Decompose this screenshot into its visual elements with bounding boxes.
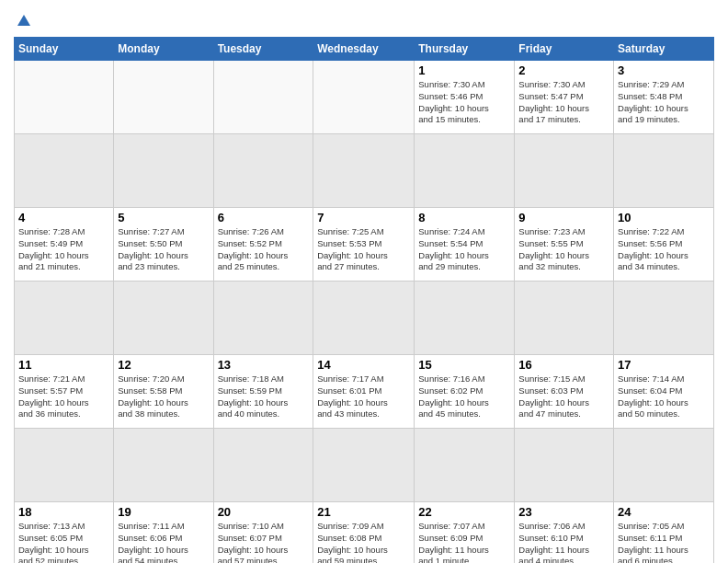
separator-cell [114, 429, 213, 502]
separator-cell [614, 134, 714, 208]
header-day-thursday: Thursday [415, 38, 515, 61]
day-cell: 4Sunrise: 7:28 AM Sunset: 5:49 PM Daylig… [15, 208, 114, 282]
day-cell [15, 61, 114, 134]
day-cell: 1Sunrise: 7:30 AM Sunset: 5:46 PM Daylig… [415, 61, 515, 134]
week-row-0: 1Sunrise: 7:30 AM Sunset: 5:46 PM Daylig… [15, 61, 714, 134]
day-number: 18 [18, 505, 109, 519]
day-number: 22 [418, 505, 510, 519]
day-cell: 22Sunrise: 7:07 AM Sunset: 6:09 PM Dayli… [415, 502, 515, 564]
day-info: Sunrise: 7:20 AM Sunset: 5:58 PM Dayligh… [118, 373, 209, 420]
separator-cell [313, 282, 415, 355]
day-cell: 24Sunrise: 7:05 AM Sunset: 6:11 PM Dayli… [614, 502, 714, 564]
calendar-header: SundayMondayTuesdayWednesdayThursdayFrid… [15, 38, 714, 61]
header-day-wednesday: Wednesday [313, 38, 415, 61]
day-number: 15 [418, 358, 510, 372]
day-info: Sunrise: 7:23 AM Sunset: 5:55 PM Dayligh… [518, 226, 609, 273]
header-day-tuesday: Tuesday [213, 38, 313, 61]
day-number: 2 [518, 63, 609, 77]
logo-text [14, 9, 32, 29]
day-cell: 12Sunrise: 7:20 AM Sunset: 5:58 PM Dayli… [114, 355, 213, 429]
day-info: Sunrise: 7:05 AM Sunset: 6:11 PM Dayligh… [618, 521, 710, 563]
day-number: 9 [518, 211, 609, 224]
day-cell: 3Sunrise: 7:29 AM Sunset: 5:48 PM Daylig… [614, 61, 714, 134]
header-row: SundayMondayTuesdayWednesdayThursdayFrid… [15, 38, 714, 61]
day-info: Sunrise: 7:09 AM Sunset: 6:08 PM Dayligh… [317, 521, 410, 563]
day-info: Sunrise: 7:21 AM Sunset: 5:57 PM Dayligh… [18, 373, 109, 420]
day-info: Sunrise: 7:30 AM Sunset: 5:47 PM Dayligh… [518, 79, 609, 126]
day-number: 20 [218, 505, 310, 519]
day-number: 10 [618, 211, 710, 224]
day-info: Sunrise: 7:18 AM Sunset: 5:59 PM Dayligh… [218, 373, 310, 420]
separator-cell [614, 429, 714, 502]
separator-cell [213, 429, 313, 502]
separator-cell [15, 134, 114, 208]
header [14, 9, 714, 29]
day-info: Sunrise: 7:25 AM Sunset: 5:53 PM Dayligh… [317, 226, 410, 273]
day-info: Sunrise: 7:27 AM Sunset: 5:50 PM Dayligh… [118, 226, 209, 273]
separator-cell [515, 134, 614, 208]
day-cell [213, 61, 313, 134]
header-day-sunday: Sunday [15, 38, 114, 61]
day-number: 19 [118, 505, 209, 519]
day-number: 8 [418, 211, 510, 224]
day-cell: 13Sunrise: 7:18 AM Sunset: 5:59 PM Dayli… [213, 355, 313, 429]
day-cell: 16Sunrise: 7:15 AM Sunset: 6:03 PM Dayli… [515, 355, 614, 429]
day-info: Sunrise: 7:17 AM Sunset: 6:01 PM Dayligh… [317, 373, 410, 420]
separator-cell [515, 282, 614, 355]
day-info: Sunrise: 7:10 AM Sunset: 6:07 PM Dayligh… [218, 521, 310, 563]
separator-cell [415, 282, 515, 355]
day-number: 16 [518, 358, 609, 372]
day-number: 4 [18, 211, 109, 224]
day-cell: 2Sunrise: 7:30 AM Sunset: 5:47 PM Daylig… [515, 61, 614, 134]
day-info: Sunrise: 7:24 AM Sunset: 5:54 PM Dayligh… [418, 226, 510, 273]
day-number: 23 [518, 505, 609, 519]
separator-cell [15, 429, 114, 502]
day-cell: 20Sunrise: 7:10 AM Sunset: 6:07 PM Dayli… [213, 502, 313, 564]
day-number: 17 [618, 358, 710, 372]
page: SundayMondayTuesdayWednesdayThursdayFrid… [0, 0, 728, 563]
separator-cell [415, 429, 515, 502]
day-number: 6 [218, 211, 310, 224]
separator-cell [114, 134, 213, 208]
day-cell: 21Sunrise: 7:09 AM Sunset: 6:08 PM Dayli… [313, 502, 415, 564]
separator-cell [15, 282, 114, 355]
header-day-saturday: Saturday [614, 38, 714, 61]
day-info: Sunrise: 7:15 AM Sunset: 6:03 PM Dayligh… [518, 373, 609, 420]
week-row-3: 18Sunrise: 7:13 AM Sunset: 6:05 PM Dayli… [15, 502, 714, 564]
week-row-2: 11Sunrise: 7:21 AM Sunset: 5:57 PM Dayli… [15, 355, 714, 429]
svg-marker-0 [17, 15, 30, 26]
day-cell: 11Sunrise: 7:21 AM Sunset: 5:57 PM Dayli… [15, 355, 114, 429]
day-number: 5 [118, 211, 209, 224]
separator-cell [313, 134, 415, 208]
day-number: 7 [317, 211, 410, 224]
day-cell: 5Sunrise: 7:27 AM Sunset: 5:50 PM Daylig… [114, 208, 213, 282]
day-cell: 9Sunrise: 7:23 AM Sunset: 5:55 PM Daylig… [515, 208, 614, 282]
day-number: 13 [218, 358, 310, 372]
day-info: Sunrise: 7:07 AM Sunset: 6:09 PM Dayligh… [418, 521, 510, 563]
separator-cell [515, 429, 614, 502]
separator-cell [213, 134, 313, 208]
day-cell: 19Sunrise: 7:11 AM Sunset: 6:06 PM Dayli… [114, 502, 213, 564]
week-row-1: 4Sunrise: 7:28 AM Sunset: 5:49 PM Daylig… [15, 208, 714, 282]
day-info: Sunrise: 7:16 AM Sunset: 6:02 PM Dayligh… [418, 373, 510, 420]
separator-cell [415, 134, 515, 208]
day-info: Sunrise: 7:11 AM Sunset: 6:06 PM Dayligh… [118, 521, 209, 563]
logo [14, 9, 32, 29]
separator-cell [114, 282, 213, 355]
logo-icon [16, 13, 32, 29]
day-info: Sunrise: 7:22 AM Sunset: 5:56 PM Dayligh… [618, 226, 710, 273]
day-cell [313, 61, 415, 134]
day-number: 1 [418, 63, 510, 77]
day-info: Sunrise: 7:26 AM Sunset: 5:52 PM Dayligh… [218, 226, 310, 273]
day-cell: 14Sunrise: 7:17 AM Sunset: 6:01 PM Dayli… [313, 355, 415, 429]
day-info: Sunrise: 7:30 AM Sunset: 5:46 PM Dayligh… [418, 79, 510, 126]
day-number: 3 [618, 63, 710, 77]
day-info: Sunrise: 7:06 AM Sunset: 6:10 PM Dayligh… [518, 521, 609, 563]
day-info: Sunrise: 7:29 AM Sunset: 5:48 PM Dayligh… [618, 79, 710, 126]
row-separator [15, 429, 714, 502]
row-separator [15, 282, 714, 355]
day-info: Sunrise: 7:14 AM Sunset: 6:04 PM Dayligh… [618, 373, 710, 420]
day-cell: 7Sunrise: 7:25 AM Sunset: 5:53 PM Daylig… [313, 208, 415, 282]
separator-cell [313, 429, 415, 502]
day-cell: 18Sunrise: 7:13 AM Sunset: 6:05 PM Dayli… [15, 502, 114, 564]
